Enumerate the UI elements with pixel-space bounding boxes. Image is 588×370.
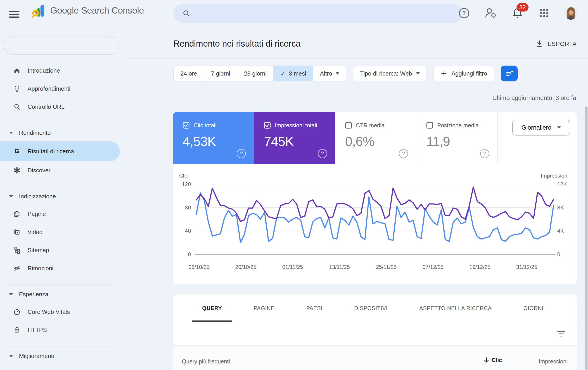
sidebar-item-controllo-url[interactable]: Controllo URL [0,98,123,116]
x-axis-label: 13/11/25 [321,264,357,270]
sidebar-item-https[interactable]: HTTPS [0,321,123,339]
right-axis-tick: 0 [557,251,560,258]
sidebar-item-pagine[interactable]: Pagine [0,205,123,223]
metric-tile-ctr[interactable]: CTR media 0,6% ? [335,112,416,164]
metric-label: CTR media [356,122,384,129]
time-range-chip-28-giorni[interactable]: 28 giorni [237,66,274,81]
sort-descending-icon [483,357,489,363]
search-icon [13,103,21,111]
filter-editor-button[interactable] [501,66,518,81]
sidebar-section-rendimento[interactable]: Rendimento [0,124,123,141]
vertical-scrollbar[interactable] [585,106,588,370]
app-logo[interactable]: Google Search Console [32,3,144,18]
left-axis-tick: 80 [173,204,191,211]
sidebar-divider [7,285,114,285]
performance-line-chart[interactable] [194,182,556,257]
google-g-icon: G [13,148,21,155]
sidebar-section-indicizzazione[interactable]: Indicizzazione [0,188,123,205]
tab-pagine[interactable]: PAGINE [243,295,285,322]
time-range-chip-24-ore[interactable]: 24 ore [174,66,204,81]
left-axis-tick: 0 [173,251,191,258]
chevron-down-icon [557,127,561,129]
right-axis-tick: 8K [557,204,564,211]
checkbox-checked-icon[interactable] [183,122,189,129]
sidebar-item-label: Rimozioni [28,265,53,272]
sidebar-item-rimozioni[interactable]: Rimozioni [0,259,123,277]
sidebar-item-risultati-di-ricerca[interactable]: GRisultati di ricerca [0,141,120,161]
column-header-query: Query più frequenti [182,358,230,365]
x-axis-label: 31/12/25 [509,264,545,270]
table-header-row: Query più frequenti Clic Impressioni [173,346,577,370]
chevron-down-icon [336,72,339,75]
user-settings-icon[interactable] [484,7,497,20]
export-button[interactable]: ESPORTA [535,40,577,48]
sidebar-item-discover[interactable]: Discover [0,161,123,179]
metric-tile-impressions[interactable]: Impressioni totali 745K ? [254,112,335,164]
metric-value: 0,6% [345,134,374,149]
search-input[interactable] [173,4,462,23]
menu-icon[interactable] [9,11,20,19]
sidebar-section-esperienza[interactable]: Esperienza [0,286,123,303]
help-icon[interactable]: ? [399,149,408,158]
metric-value: 11,9 [426,134,450,149]
checkbox-unchecked-icon[interactable] [426,122,433,129]
sidebar-item-video[interactable]: Video [0,223,123,241]
tab-aspetto-nella-ricerca[interactable]: ASPETTO NELLA RICERCA [409,295,502,322]
checkbox-checked-icon[interactable] [264,122,271,129]
column-header-impressions[interactable]: Impressioni [539,358,568,365]
notifications-bell-icon[interactable]: 32 [511,7,524,20]
sidebar-item-introduzione[interactable]: Introduzione [0,62,123,80]
x-axis-label: 20/10/25 [228,264,264,270]
sidebar-item-label: Controllo URL [28,103,64,110]
sidebar-item-label: Video [28,229,42,236]
help-icon[interactable]: ? [458,7,470,20]
metric-label: Clic totali [194,122,216,129]
speedometer-icon [13,308,21,316]
tab-dispositivi[interactable]: DISPOSITIVI [344,295,398,322]
sidebar-item-approfondimenti[interactable]: Approfondimenti [0,80,123,98]
sidebar-item-core-web-vitals[interactable]: Core Web Vitals [0,303,123,321]
avatar[interactable] [565,7,577,20]
time-range-chip-7-giorni[interactable]: 7 giorni [204,66,237,81]
sidebar-item-label: Discover [28,167,51,174]
add-filter-chip[interactable]: Aggiungi filtro [433,66,494,81]
tab-giorni[interactable]: GIORNI [513,295,554,322]
filter-list-icon[interactable] [556,328,567,339]
property-selector[interactable] [4,36,119,55]
performance-chart-card: Clic totali 4,53K ? Impressioni totali 7… [173,112,577,284]
metric-tile-clicks[interactable]: Clic totali 4,53K ? [173,112,254,164]
chevron-down-icon [416,72,420,75]
tab-paesi[interactable]: PAESI [296,295,333,322]
right-axis-title: Impressioni [541,173,568,179]
left-axis-title: Clic [179,173,188,179]
help-icon[interactable]: ? [237,149,246,158]
search-console-logo-icon [32,3,47,18]
x-axis-label: 01/11/25 [274,264,311,270]
column-header-clicks[interactable]: Clic [483,357,502,363]
granularity-select[interactable]: Giornaliero [513,120,570,136]
sidebar-section-label: Esperienza [19,291,48,298]
metric-label: Posizione media [437,122,479,129]
time-range-chip-3-mesi[interactable]: ✓3 mesi [274,66,313,81]
sidebar-item-label: Pagine [28,211,46,218]
help-icon[interactable]: ? [480,149,489,158]
sidebar-section-miglioramenti[interactable]: Miglioramenti [0,347,123,365]
checkbox-unchecked-icon[interactable] [345,122,352,129]
page-title: Rendimento nei risultati di ricerca [173,39,301,49]
metric-tile-position[interactable]: Posizione media 11,9 ? [416,112,498,164]
search-type-chip[interactable]: Tipo di ricerca: Web [353,66,427,81]
sidebar-item-sitemap[interactable]: Sitemap [0,241,123,259]
chevron-down-icon [9,132,13,134]
time-range-chip-altro[interactable]: Altro [313,66,346,81]
sidebar-item-label: Sitemap [28,247,49,254]
last-update-status: Ultimo aggiornamento: 3 ore fa [492,95,576,102]
help-icon[interactable]: ? [318,149,327,158]
check-icon: ✓ [280,70,286,77]
tab-query[interactable]: QUERY [192,295,232,322]
sidebar-item-breadcrumb[interactable]: Breadcrumb [0,365,123,370]
notification-count-badge: 32 [516,3,528,11]
apps-grid-icon[interactable] [538,7,550,20]
x-axis-label: 08/10/25 [181,264,217,270]
sitemap-icon [13,246,21,254]
eye-off-icon [13,264,21,272]
